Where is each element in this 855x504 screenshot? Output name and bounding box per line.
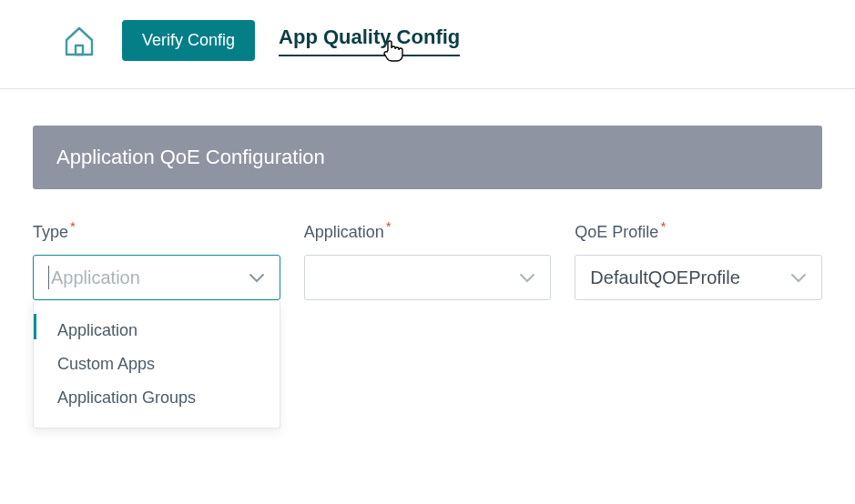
- verify-config-button[interactable]: Verify Config: [122, 20, 255, 61]
- home-icon[interactable]: [60, 22, 98, 60]
- required-asterisk: *: [660, 218, 666, 234]
- qoe-profile-value: DefaultQOEProfile: [590, 267, 740, 288]
- dropdown-active-marker: [34, 314, 36, 339]
- qoe-profile-select[interactable]: DefaultQOEProfile: [575, 255, 822, 300]
- field-label-application: Application*: [304, 218, 552, 242]
- field-label-qoe-profile: QoE Profile*: [575, 218, 822, 242]
- required-asterisk: *: [386, 218, 392, 234]
- type-select[interactable]: Application Application Custom Apps Appl…: [33, 255, 280, 300]
- field-application: Application*: [304, 218, 552, 300]
- field-qoe-profile: QoE Profile* DefaultQOEProfile: [575, 218, 822, 300]
- type-option-application[interactable]: Application: [34, 314, 280, 348]
- type-option-custom-apps[interactable]: Custom Apps: [34, 348, 280, 381]
- field-label-type: Type*: [33, 218, 280, 242]
- chevron-down-icon: [519, 267, 535, 288]
- type-dropdown: Application Custom Apps Application Grou…: [33, 301, 280, 428]
- chevron-down-icon: [790, 267, 807, 288]
- svg-rect-0: [76, 45, 83, 55]
- chevron-down-icon: [249, 267, 265, 288]
- fields-row: Type* Application Application Custom App…: [33, 218, 822, 300]
- required-asterisk: *: [70, 218, 76, 234]
- tab-app-quality-config[interactable]: App Quality Config: [279, 25, 460, 56]
- application-select[interactable]: [304, 255, 552, 300]
- content-area: Application QoE Configuration Type* Appl…: [0, 89, 855, 365]
- panel-header: Application QoE Configuration: [33, 126, 822, 189]
- type-placeholder: Application: [51, 267, 140, 288]
- type-option-application-groups[interactable]: Application Groups: [34, 381, 280, 415]
- field-type: Type* Application Application Custom App…: [33, 218, 280, 300]
- top-bar: Verify Config App Quality Config: [0, 0, 855, 89]
- tab-label: App Quality Config: [279, 25, 460, 48]
- text-cursor: [48, 266, 49, 289]
